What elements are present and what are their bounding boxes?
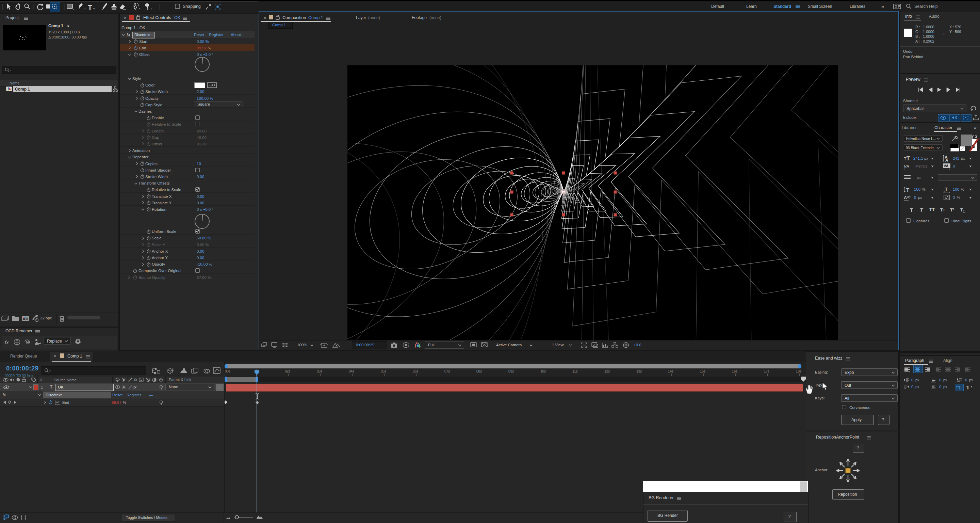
svg-text:¶: ¶ [958,385,961,389]
svg-text:A: A [945,158,948,162]
svg-text:A: A [907,164,909,169]
svg-text:a̵: a̵ [945,196,947,199]
svg-text:T: T [907,156,910,161]
svg-text:VA: VA [943,164,949,168]
svg-text:A: A [904,195,907,200]
svg-text:T: T [945,186,948,192]
svg-text:T: T [904,156,907,161]
svg-text:T: T [906,187,909,193]
svg-text:¶: ¶ [966,385,969,389]
svg-text:a: a [907,195,909,199]
